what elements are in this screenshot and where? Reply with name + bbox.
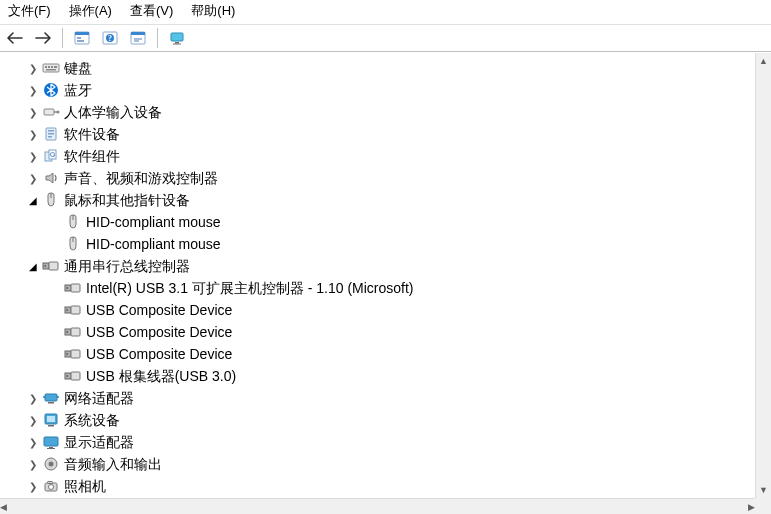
vertical-scrollbar[interactable]: ▲ ▼ [755, 53, 771, 498]
chevron-right-icon[interactable]: ❯ [26, 105, 40, 119]
tree-item[interactable]: Intel(R) USB 3.1 可扩展主机控制器 - 1.10 (Micros… [0, 277, 755, 299]
svg-rect-35 [71, 284, 80, 292]
show-hidden-icon [130, 31, 146, 45]
svg-rect-14 [48, 66, 50, 68]
sound-icon [42, 170, 60, 186]
tree-item[interactable]: ❯音频输入和输出 [0, 453, 755, 475]
tree-item[interactable]: ❯显示适配器 [0, 431, 755, 453]
svg-rect-24 [48, 136, 52, 138]
tree-item[interactable]: ❯照相机 [0, 475, 755, 497]
properties-button[interactable] [71, 27, 93, 49]
scroll-up-icon[interactable]: ▲ [756, 53, 771, 69]
svg-rect-1 [75, 32, 89, 35]
svg-rect-8 [131, 32, 145, 35]
chevron-right-icon[interactable]: ❯ [26, 479, 40, 493]
usb-icon [64, 368, 82, 384]
chevron-right-icon[interactable]: ❯ [26, 83, 40, 97]
svg-rect-11 [173, 44, 181, 45]
tree-item[interactable]: ❯声音、视频和游戏控制器 [0, 167, 755, 189]
tree-item[interactable]: USB Composite Device [0, 343, 755, 365]
software-dev-icon [42, 126, 60, 142]
tree-item-label: 软件组件 [64, 145, 120, 167]
tree-item-label: 音频输入和输出 [64, 453, 162, 475]
tree-item-label: USB 根集线器(USB 3.0) [86, 365, 236, 387]
svg-rect-48 [67, 375, 69, 377]
tree-item[interactable]: ❯人体学输入设备 [0, 101, 755, 123]
tree-item[interactable]: ❯软件组件 [0, 145, 755, 167]
tree-item[interactable]: ❯键盘 [0, 57, 755, 79]
svg-rect-45 [67, 353, 69, 355]
svg-rect-56 [47, 448, 55, 449]
svg-rect-15 [51, 66, 53, 68]
scroll-down-icon[interactable]: ▼ [756, 482, 771, 498]
svg-rect-41 [71, 328, 80, 336]
tree-item-label: 系统设备 [64, 409, 120, 431]
svg-rect-50 [48, 402, 54, 404]
tree-item-label: HID-compliant mouse [86, 233, 221, 255]
svg-rect-55 [49, 447, 53, 448]
chevron-right-icon[interactable]: ❯ [26, 61, 40, 75]
svg-rect-38 [71, 306, 80, 314]
show-hidden-button[interactable] [127, 27, 149, 49]
chevron-right-icon[interactable]: ❯ [26, 127, 40, 141]
svg-rect-49 [45, 394, 57, 401]
chevron-right-icon[interactable]: ❯ [26, 171, 40, 185]
svg-rect-19 [44, 109, 54, 115]
tree-item[interactable]: ❯蓝牙 [0, 79, 755, 101]
menu-action[interactable]: 操作(A) [69, 2, 112, 20]
chevron-down-icon[interactable]: ◢ [26, 259, 40, 273]
help-button[interactable]: ? [99, 27, 121, 49]
scroll-left-icon[interactable]: ◀ [0, 499, 7, 514]
svg-rect-47 [71, 372, 80, 380]
back-button[interactable] [4, 27, 26, 49]
tree-item[interactable]: HID-compliant mouse [0, 211, 755, 233]
back-arrow-icon [7, 32, 23, 44]
forward-button[interactable] [32, 27, 54, 49]
mouse-icon [64, 214, 82, 230]
svg-rect-13 [45, 66, 47, 68]
tree-item[interactable]: ❯软件设备 [0, 123, 755, 145]
svg-text:?: ? [108, 34, 112, 43]
svg-rect-54 [44, 437, 58, 446]
svg-point-58 [49, 462, 54, 467]
menu-file[interactable]: 文件(F) [8, 2, 51, 20]
tree-item-label: Intel(R) USB 3.1 可扩展主机控制器 - 1.10 (Micros… [86, 277, 414, 299]
tree-item-label: 人体学输入设备 [64, 101, 162, 123]
svg-point-20 [57, 111, 60, 114]
tree-item[interactable]: ◢鼠标和其他指针设备 [0, 189, 755, 211]
tree-item-label: USB Composite Device [86, 321, 232, 343]
svg-rect-23 [48, 133, 54, 135]
audio-io-icon [42, 456, 60, 472]
tree-item[interactable]: USB 根集线器(USB 3.0) [0, 365, 755, 387]
tree-item-label: 键盘 [64, 57, 92, 79]
device-tree[interactable]: ❯键盘❯蓝牙❯人体学输入设备❯软件设备❯软件组件❯声音、视频和游戏控制器◢鼠标和… [0, 53, 755, 498]
tree-area: ❯键盘❯蓝牙❯人体学输入设备❯软件设备❯软件组件❯声音、视频和游戏控制器◢鼠标和… [0, 52, 771, 514]
tree-item[interactable]: HID-compliant mouse [0, 233, 755, 255]
scroll-right-icon[interactable]: ▶ [748, 499, 755, 514]
chevron-right-icon[interactable]: ❯ [26, 149, 40, 163]
horizontal-scrollbar[interactable]: ◀ ▶ [0, 498, 755, 514]
chevron-right-icon[interactable]: ❯ [26, 435, 40, 449]
menu-help[interactable]: 帮助(H) [191, 2, 235, 20]
menu-view[interactable]: 查看(V) [130, 2, 173, 20]
svg-rect-52 [47, 416, 55, 422]
chevron-right-icon[interactable]: ❯ [26, 457, 40, 471]
tree-item[interactable]: USB Composite Device [0, 321, 755, 343]
svg-rect-2 [77, 37, 81, 39]
tree-item-label: 通用串行总线控制器 [64, 255, 190, 277]
chevron-down-icon[interactable]: ◢ [26, 193, 40, 207]
tree-item-label: HID-compliant mouse [86, 211, 221, 233]
tree-item[interactable]: ❯系统设备 [0, 409, 755, 431]
chevron-right-icon[interactable]: ❯ [26, 413, 40, 427]
monitor-icon [169, 31, 185, 45]
usb-icon [64, 280, 82, 296]
toolbar-divider [157, 28, 158, 48]
scrollbar-corner [755, 498, 771, 514]
tree-item[interactable]: USB Composite Device [0, 299, 755, 321]
tree-item[interactable]: ◢通用串行总线控制器 [0, 255, 755, 277]
usb-icon [64, 346, 82, 362]
scan-hardware-button[interactable] [166, 27, 188, 49]
chevron-right-icon[interactable]: ❯ [26, 391, 40, 405]
svg-rect-33 [45, 265, 47, 267]
tree-item[interactable]: ❯网络适配器 [0, 387, 755, 409]
